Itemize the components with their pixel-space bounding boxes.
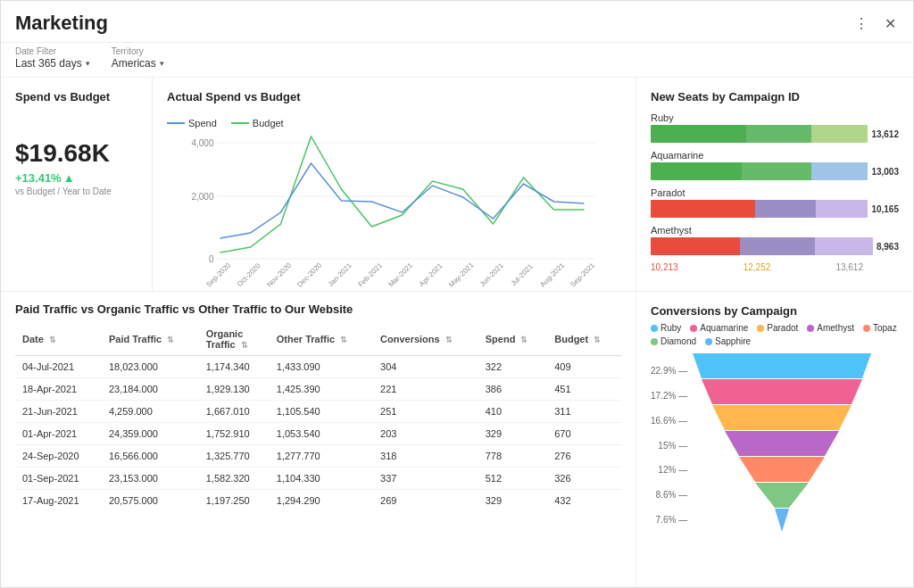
funnel-dot-topaz [863, 325, 870, 332]
sort-paid-icon: ⇅ [167, 335, 174, 344]
table-cell: 329 [478, 490, 548, 512]
table-cell: 1,197.250 [199, 490, 270, 512]
table-row: 04-Jul-202118,023.0001,174.3401,433.0903… [15, 356, 621, 378]
table-cell: 21-Jun-2021 [15, 401, 102, 423]
table-cell: 326 [547, 468, 621, 490]
table-cell: 276 [547, 445, 621, 468]
table-row: 01-Apr-202124,359.0001,752.9101,053.5402… [15, 423, 621, 445]
table-cell: 410 [478, 401, 548, 423]
col-organic[interactable]: OrganicTraffic ⇅ [199, 323, 270, 356]
table-cell: 451 [547, 378, 621, 401]
svg-text:May-2021: May-2021 [447, 261, 476, 287]
sort-spend-icon: ⇅ [520, 335, 528, 344]
funnel-label-7: 7.6% — [651, 507, 687, 532]
funnel-legend-topaz: Topaz [863, 323, 897, 333]
table-cell: 251 [373, 401, 478, 423]
legend-spend-label: Spend [188, 118, 217, 128]
bar-row-ruby: Ruby 13,612 [651, 112, 899, 143]
table-cell: 1,425.390 [270, 378, 373, 401]
territory-filter-dropdown[interactable]: Americas ▾ [112, 57, 164, 70]
funnel-legend-paradot-label: Paradot [767, 323, 798, 333]
more-icon[interactable]: ⋮ [852, 14, 870, 32]
svg-text:2,000: 2,000 [191, 192, 213, 202]
svg-text:0: 0 [209, 254, 214, 264]
table-row: 18-Apr-202123,184.0001,929.1301,425.3902… [15, 378, 621, 401]
funnel-legend-paradot: Paradot [757, 323, 798, 333]
funnel-legend-diamond: Diamond [651, 336, 696, 346]
close-icon[interactable]: ✕ [881, 14, 899, 32]
table-cell: 269 [373, 490, 478, 512]
funnel-legend-topaz-label: Topaz [873, 323, 897, 333]
funnel-legend-aquamarine: Aquamarine [690, 323, 748, 333]
table-title: Paid Traffic vs Organic Traffic vs Other… [15, 302, 621, 316]
table-row: 01-Sep-202123,153.0001,582.3201,104.3303… [15, 468, 621, 490]
svg-text:Aug-2021: Aug-2021 [538, 261, 566, 287]
table-cell: 17-Aug-2021 [15, 490, 102, 512]
col-date[interactable]: Date ⇅ [15, 323, 102, 356]
svg-text:Sep-2021: Sep-2021 [569, 261, 596, 287]
funnel-panel: Conversions by Campaign Ruby Aquamarine … [636, 292, 913, 587]
svg-marker-23 [739, 457, 825, 482]
sort-conv-icon: ⇅ [445, 335, 453, 344]
bar-row-paradot-label: Paradot [651, 187, 899, 198]
bar-row-paradot: Paradot 10,165 [651, 187, 899, 218]
funnel-legend-diamond-label: Diamond [661, 336, 696, 346]
svg-text:Mar-2021: Mar-2021 [386, 261, 414, 287]
table-cell: 221 [373, 378, 478, 401]
territory-filter-label: Territory [112, 46, 164, 56]
line-chart-panel: Actual Spend vs Budget Spend Budget 4,00… [153, 78, 636, 291]
svg-marker-22 [725, 431, 839, 456]
top-row: Spend vs Budget $19.68K +13.41% ▲ vs Bud… [1, 78, 913, 292]
table-cell: 778 [478, 445, 548, 468]
spend-change-arrow: ▲ [63, 171, 75, 185]
territory-filter-value: Americas [112, 57, 156, 70]
bar-chart-title: New Seats by Campaign ID [651, 90, 899, 104]
bar-row-amethyst: Amethyst 8,963 [651, 225, 899, 255]
table-cell: 23,153.000 [102, 468, 199, 490]
funnel-dot-paradot [757, 325, 764, 332]
table-cell: 1,929.130 [199, 378, 270, 401]
table-cell: 16,566.000 [102, 445, 199, 468]
funnel-svg [693, 353, 871, 532]
funnel-label-6: 8.6% — [651, 483, 687, 508]
funnel-legend-aquamarine-label: Aquamarine [700, 323, 748, 333]
page-title: Marketing [15, 12, 852, 35]
table-cell: 23,184.000 [102, 378, 199, 401]
sort-organic-icon: ⇅ [241, 341, 248, 350]
bar-row-aquamarine: Aquamarine 13,003 [651, 150, 899, 180]
svg-marker-19 [693, 353, 871, 378]
col-budget[interactable]: Budget ⇅ [547, 323, 621, 356]
spend-subtitle: vs Budget / Year to Date [15, 186, 137, 196]
table-cell: 4,259.000 [102, 401, 199, 423]
col-paid[interactable]: Paid Traffic ⇅ [102, 323, 199, 356]
table-cell: 1,294.290 [270, 490, 373, 512]
table-cell: 18,023.000 [102, 356, 199, 378]
table-cell: 01-Apr-2021 [15, 423, 102, 445]
col-spend[interactable]: Spend ⇅ [478, 323, 548, 356]
svg-text:Jun-2021: Jun-2021 [478, 261, 505, 287]
legend-budget-label: Budget [253, 118, 284, 128]
spend-change: +13.41% ▲ [15, 171, 137, 185]
col-conversions[interactable]: Conversions ⇅ [373, 323, 478, 356]
date-filter-dropdown[interactable]: Last 365 days ▾ [15, 57, 90, 70]
table-cell: 337 [373, 468, 478, 490]
table-body: 04-Jul-202118,023.0001,174.3401,433.0903… [15, 356, 621, 512]
table-cell: 24,359.000 [102, 423, 199, 445]
bar-axis-3: 13,612 [835, 262, 863, 272]
col-other[interactable]: Other Traffic ⇅ [270, 323, 373, 356]
table-cell: 1,433.090 [270, 356, 373, 378]
date-filter-group: Date Filter Last 365 days ▾ [15, 46, 90, 70]
line-chart-legend: Spend Budget [167, 118, 621, 128]
bar-row-amethyst-label: Amethyst [651, 225, 899, 236]
table-cell: 04-Jul-2021 [15, 356, 102, 378]
svg-text:Jan-2021: Jan-2021 [327, 261, 353, 287]
table-cell: 20,575.000 [102, 490, 199, 512]
funnel-dot-sapphire [705, 338, 712, 345]
legend-budget-dot [231, 122, 249, 124]
table-panel: Paid Traffic vs Organic Traffic vs Other… [1, 292, 636, 587]
table-header-row: Date ⇅ Paid Traffic ⇅ OrganicTraffic ⇅ O… [15, 323, 621, 356]
table-cell: 1,582.320 [199, 468, 270, 490]
funnel-dot-aquamarine [690, 325, 697, 332]
table-cell: 386 [478, 378, 548, 401]
territory-filter-chevron: ▾ [160, 59, 164, 68]
